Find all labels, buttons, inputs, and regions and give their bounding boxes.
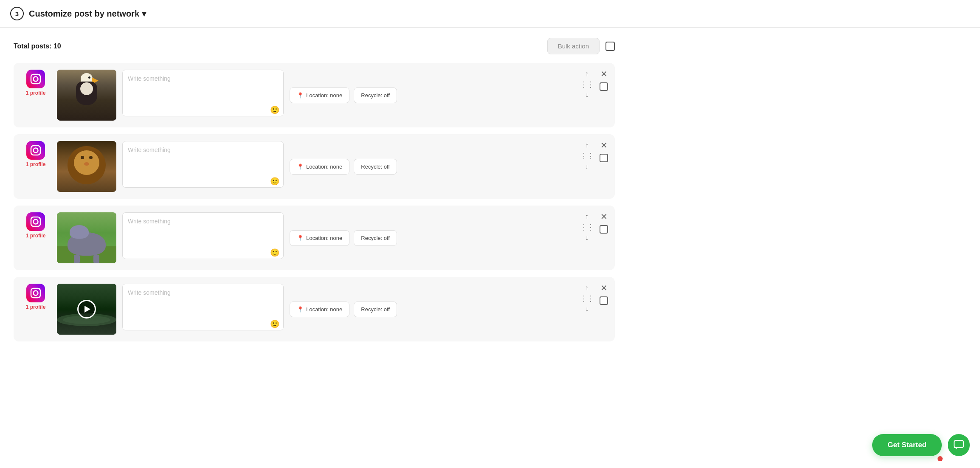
emoji-button[interactable]: 🙂 [270, 177, 279, 186]
location-label: Location: none [306, 92, 342, 99]
action-buttons: 📍 Location: none Recycle: off [290, 141, 574, 192]
move-down-button[interactable]: ↓ [584, 305, 589, 313]
recycle-button[interactable]: Recycle: off [354, 230, 397, 246]
pin-icon: 📍 [297, 306, 304, 313]
sort-controls: ↑ ⋮⋮ ↓ [580, 141, 594, 192]
post-card: 1 profile [14, 134, 615, 199]
get-started-button[interactable]: Get Started [872, 434, 942, 456]
sort-controls: ↑ ⋮⋮ ↓ [580, 212, 594, 263]
chat-button[interactable] [948, 434, 970, 456]
write-area: 🙂 [122, 141, 284, 192]
pin-icon: 📍 [297, 235, 304, 241]
move-down-button[interactable]: ↓ [584, 234, 589, 242]
location-button[interactable]: 📍 Location: none [290, 87, 349, 103]
post-thumbnail [57, 284, 116, 335]
textarea-wrapper: 🙂 [122, 284, 284, 332]
instagram-icon [26, 70, 45, 88]
pin-icon: 📍 [297, 92, 304, 99]
instagram-icon [26, 141, 45, 160]
post-card: 1 profile [14, 277, 615, 341]
post-card: 1 profile [14, 63, 615, 127]
sort-controls: ↑ ⋮⋮ ↓ [580, 284, 594, 335]
post-checkbox[interactable] [600, 296, 608, 305]
total-posts-label: Total posts: 10 [14, 42, 61, 50]
profile-label: 1 profile [26, 233, 46, 239]
svg-point-11 [39, 217, 40, 219]
main-content: Total posts: 10 Bulk action [0, 28, 628, 358]
emoji-button[interactable]: 🙂 [270, 105, 279, 115]
post-checkbox[interactable] [600, 82, 608, 91]
instagram-icon [26, 284, 45, 302]
svg-point-15 [39, 288, 40, 290]
drag-handle-icon[interactable]: ⋮⋮ [580, 80, 594, 89]
delete-post-button[interactable]: ✕ [600, 141, 608, 149]
move-up-button[interactable]: ↑ [584, 212, 589, 221]
post-checkbox[interactable] [600, 154, 608, 162]
location-button[interactable]: 📍 Location: none [290, 230, 349, 246]
write-area: 🙂 [122, 212, 284, 263]
delete-post-button[interactable]: ✕ [600, 70, 608, 78]
chevron-down-icon[interactable]: ▾ [142, 8, 146, 19]
textarea-wrapper: 🙂 [122, 141, 284, 189]
drag-handle-icon[interactable]: ⋮⋮ [580, 294, 594, 303]
svg-point-3 [39, 74, 40, 76]
select-all-checkbox[interactable] [605, 42, 615, 51]
textarea-wrapper: 🙂 [122, 70, 284, 118]
emoji-button[interactable]: 🙂 [270, 248, 279, 257]
delete-post-button[interactable]: ✕ [600, 212, 608, 221]
move-down-button[interactable]: ↓ [584, 162, 589, 171]
write-textarea[interactable] [122, 141, 284, 188]
post-checkbox[interactable] [600, 225, 608, 234]
recycle-label: Recycle: off [361, 92, 390, 99]
profile-section: 1 profile [20, 212, 51, 263]
play-button-icon[interactable] [77, 300, 96, 319]
recycle-label: Recycle: off [361, 235, 390, 241]
move-down-button[interactable]: ↓ [584, 91, 589, 99]
profile-section: 1 profile [20, 141, 51, 192]
header: 3 Customize post by network ▾ [0, 0, 980, 28]
move-up-button[interactable]: ↑ [584, 141, 589, 149]
header-title-text: Customize post by network [29, 9, 139, 19]
recycle-label: Recycle: off [361, 306, 390, 313]
chat-icon [953, 440, 964, 451]
write-textarea[interactable] [122, 284, 284, 330]
location-button[interactable]: 📍 Location: none [290, 159, 349, 175]
action-buttons: 📍 Location: none Recycle: off [290, 212, 574, 263]
post-thumbnail [57, 212, 116, 263]
move-up-button[interactable]: ↑ [584, 284, 589, 292]
location-button[interactable]: 📍 Location: none [290, 302, 349, 317]
write-area: 🙂 [122, 70, 284, 121]
move-up-button[interactable]: ↑ [584, 70, 589, 78]
svg-point-7 [39, 146, 40, 147]
svg-rect-8 [26, 212, 45, 231]
post-card: 1 profile [14, 206, 615, 270]
far-right-controls: ✕ [600, 70, 608, 121]
post-thumbnail [57, 141, 116, 192]
drag-handle-icon[interactable]: ⋮⋮ [580, 151, 594, 161]
recycle-button[interactable]: Recycle: off [354, 159, 397, 175]
step-badge: 3 [10, 7, 24, 20]
recycle-button[interactable]: Recycle: off [354, 87, 397, 103]
total-posts-row: Total posts: 10 Bulk action [14, 38, 615, 54]
recycle-button[interactable]: Recycle: off [354, 302, 397, 317]
action-buttons: 📍 Location: none Recycle: off [290, 284, 574, 335]
instagram-icon [26, 212, 45, 231]
action-buttons: 📍 Location: none Recycle: off [290, 70, 574, 121]
far-right-controls: ✕ [600, 284, 608, 335]
emoji-button[interactable]: 🙂 [270, 319, 279, 329]
delete-post-button[interactable]: ✕ [600, 284, 608, 292]
profile-label: 1 profile [26, 161, 46, 167]
profile-label: 1 profile [26, 304, 46, 310]
write-textarea[interactable] [122, 212, 284, 259]
write-textarea[interactable] [122, 70, 284, 116]
svg-rect-16 [954, 440, 963, 448]
far-right-controls: ✕ [600, 141, 608, 192]
profile-label: 1 profile [26, 90, 46, 96]
drag-handle-icon[interactable]: ⋮⋮ [580, 223, 594, 232]
location-label: Location: none [306, 164, 342, 170]
far-right-controls: ✕ [600, 212, 608, 263]
bulk-action-button[interactable]: Bulk action [547, 38, 600, 54]
location-label: Location: none [306, 235, 342, 241]
profile-section: 1 profile [20, 70, 51, 121]
svg-rect-12 [26, 284, 45, 302]
